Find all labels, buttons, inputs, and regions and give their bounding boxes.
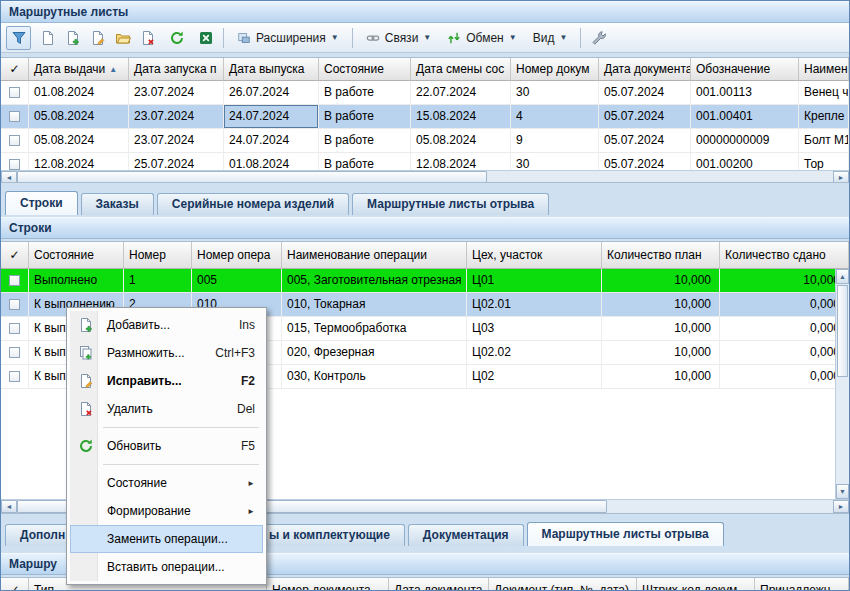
column-header-qty-plan[interactable]: Количество план bbox=[602, 242, 720, 269]
excel-icon bbox=[198, 30, 214, 46]
lines-table-row[interactable]: Выполнено 1 005 005, Заготовительная отр… bbox=[1, 269, 849, 293]
edit-document-button[interactable] bbox=[85, 26, 110, 50]
column-header-date-release[interactable]: Дата выпуска bbox=[224, 58, 319, 81]
lines-table-vscrollbar[interactable]: ▲ ▼ bbox=[835, 269, 849, 499]
column-header-date-issued[interactable]: Дата выдачи▲ bbox=[29, 58, 129, 81]
excel-export-button[interactable] bbox=[193, 26, 218, 50]
select-all-header[interactable]: ✓ bbox=[1, 578, 29, 591]
menu-item-add[interactable]: Добавить... Ins bbox=[70, 311, 263, 339]
menu-item-insert-operations[interactable]: Вставить операции... bbox=[70, 553, 263, 581]
filter-button[interactable] bbox=[6, 26, 31, 50]
menu-separator bbox=[103, 464, 259, 465]
open-button[interactable] bbox=[110, 26, 135, 50]
route-table-body: 01.08.2024 23.07.2024 26.07.2024 В работ… bbox=[1, 81, 849, 170]
extensions-menu-button[interactable]: Расширения ▼ bbox=[229, 26, 347, 50]
exchange-menu-button[interactable]: Обмен ▼ bbox=[439, 26, 524, 50]
edit-document-icon bbox=[78, 373, 94, 389]
add-document-button[interactable] bbox=[60, 26, 85, 50]
scroll-left-icon[interactable]: ◄ bbox=[1, 171, 17, 183]
view-menu-button[interactable]: Вид ▼ bbox=[525, 26, 576, 50]
refresh-button[interactable] bbox=[164, 26, 189, 50]
column-header-state[interactable]: Состояние bbox=[29, 242, 124, 269]
links-icon bbox=[366, 31, 380, 45]
toolbar: Расширения ▼ Связи ▼ Обмен ▼ Вид ▼ bbox=[1, 23, 849, 53]
row-checkbox[interactable] bbox=[9, 347, 20, 358]
menu-item-delete[interactable]: Удалить Del bbox=[70, 395, 263, 423]
menu-item-duplicate[interactable]: Размножить... Ctrl+F3 bbox=[70, 339, 263, 367]
scroll-right-icon[interactable]: ► bbox=[833, 171, 849, 183]
row-checkbox[interactable] bbox=[9, 275, 20, 286]
toolbar-separator bbox=[580, 28, 581, 48]
scroll-up-icon[interactable]: ▲ bbox=[836, 269, 849, 284]
menu-item-replace-operations[interactable]: Заменить операции... bbox=[70, 525, 263, 553]
column-header-doc-date[interactable]: Дата документа bbox=[599, 58, 691, 81]
tab-orders[interactable]: Заказы bbox=[81, 193, 154, 215]
column-header-qty-done[interactable]: Количество сдано bbox=[720, 242, 849, 269]
column-header-doc-date[interactable]: Дата документа bbox=[389, 578, 489, 591]
column-header-workshop[interactable]: Цех, участок bbox=[467, 242, 602, 269]
column-header-operation-name[interactable]: Наименование операции bbox=[282, 242, 467, 269]
column-header-state[interactable]: Состояние bbox=[319, 58, 411, 81]
column-header-belonging[interactable]: Принадлежн bbox=[755, 578, 849, 591]
menu-item-forming[interactable]: Формирование ► bbox=[70, 497, 263, 525]
chevron-down-icon: ▼ bbox=[509, 34, 517, 42]
menu-item-state[interactable]: Состояние ► bbox=[70, 469, 263, 497]
vscroll-thumb[interactable] bbox=[837, 285, 848, 377]
chevron-down-icon: ▼ bbox=[559, 34, 567, 42]
row-checkbox[interactable] bbox=[9, 323, 20, 334]
column-header-number[interactable]: Номер bbox=[124, 242, 192, 269]
links-menu-button[interactable]: Связи ▼ bbox=[358, 26, 440, 50]
edit-document-icon bbox=[90, 30, 106, 46]
filter-icon bbox=[11, 30, 27, 46]
scroll-down-icon[interactable]: ▼ bbox=[836, 484, 849, 499]
open-folder-icon bbox=[115, 30, 131, 46]
select-all-header[interactable]: ✓ bbox=[1, 58, 29, 81]
delete-document-icon bbox=[78, 401, 94, 417]
settings-button[interactable] bbox=[586, 26, 611, 50]
add-document-icon bbox=[78, 317, 94, 333]
chevron-right-icon: ► bbox=[247, 479, 255, 488]
row-checkbox[interactable] bbox=[9, 135, 20, 146]
route-table-row[interactable]: 05.08.2024 23.07.2024 24.07.2024 В работ… bbox=[1, 129, 849, 153]
menu-item-edit[interactable]: Исправить... F2 bbox=[70, 367, 263, 395]
refresh-icon bbox=[169, 30, 185, 46]
menu-separator bbox=[103, 427, 259, 428]
bottom-section-title: Маршру bbox=[9, 557, 57, 571]
route-table-row[interactable]: 12.08.2024 25.07.2024 01.08.2024 В работ… bbox=[1, 153, 849, 170]
tab-serial-numbers[interactable]: Серийные номера изделий bbox=[157, 193, 349, 215]
column-header-doc-number[interactable]: Номер документа bbox=[267, 578, 389, 591]
new-document-button[interactable] bbox=[35, 26, 60, 50]
column-header-name[interactable]: Наимен bbox=[799, 58, 849, 81]
route-table-row[interactable]: 05.08.2024 23.07.2024 24.07.2024 В работ… bbox=[1, 105, 849, 129]
row-checkbox[interactable] bbox=[9, 159, 20, 170]
tab-lines[interactable]: Строки bbox=[5, 191, 78, 215]
column-header-state-change-date[interactable]: Дата смены сос bbox=[411, 58, 511, 81]
row-checkbox[interactable] bbox=[9, 299, 20, 310]
delete-document-button[interactable] bbox=[135, 26, 160, 50]
tab-documentation[interactable]: Документация bbox=[408, 524, 524, 546]
route-table: ✓ Дата выдачи▲ Дата запуска п Дата выпус… bbox=[1, 57, 849, 183]
column-header-operation-number[interactable]: Номер опера bbox=[192, 242, 282, 269]
new-document-icon bbox=[40, 30, 56, 46]
route-table-hscrollbar[interactable]: ◄ ► bbox=[1, 170, 849, 183]
tab-tearoff-route-sheets-bottom[interactable]: Маршрутные листы отрыва bbox=[527, 522, 724, 546]
row-checkbox[interactable] bbox=[9, 371, 20, 382]
add-document-icon bbox=[65, 30, 81, 46]
scroll-right-icon[interactable]: ► bbox=[833, 500, 849, 513]
column-header-date-start[interactable]: Дата запуска п bbox=[129, 58, 224, 81]
column-header-doc-number[interactable]: Номер докум bbox=[511, 58, 599, 81]
row-checkbox[interactable] bbox=[9, 87, 20, 98]
route-table-row[interactable]: 01.08.2024 23.07.2024 26.07.2024 В работ… bbox=[1, 81, 849, 105]
column-header-designation[interactable]: Обозначение bbox=[691, 58, 799, 81]
chevron-right-icon: ► bbox=[247, 507, 255, 516]
hscroll-thumb[interactable] bbox=[17, 171, 487, 183]
scroll-left-icon[interactable]: ◄ bbox=[1, 500, 17, 513]
tab-tearoff-route-sheets[interactable]: Маршрутные листы отрыва bbox=[352, 193, 549, 215]
toolbar-separator bbox=[352, 28, 353, 48]
chevron-down-icon: ▼ bbox=[423, 34, 431, 42]
column-header-barcode[interactable]: Штрих-код докум bbox=[637, 578, 755, 591]
select-all-header[interactable]: ✓ bbox=[1, 242, 29, 269]
row-checkbox[interactable] bbox=[9, 111, 20, 122]
column-header-document[interactable]: Документ (тип, №, дата) bbox=[489, 578, 637, 591]
menu-item-refresh[interactable]: Обновить F5 bbox=[70, 432, 263, 460]
